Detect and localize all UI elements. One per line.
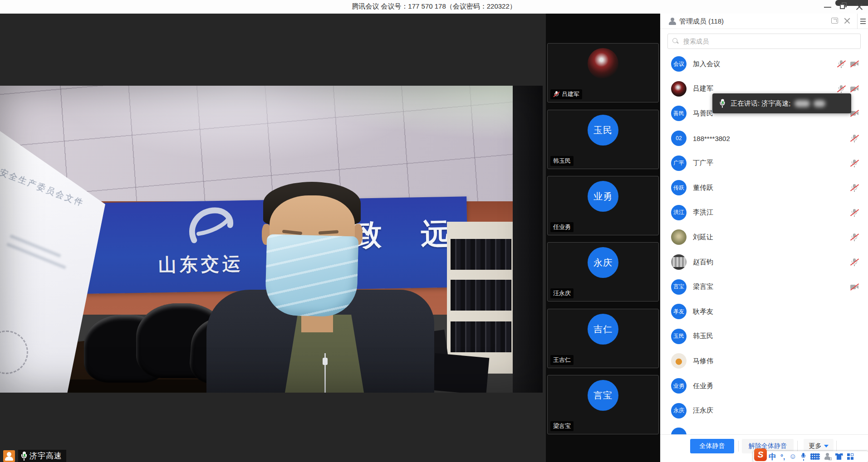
member-row[interactable]: 赵百钧: [660, 250, 868, 275]
restore-button[interactable]: [835, 0, 851, 13]
mic-muted-icon[interactable]: [850, 258, 859, 267]
chevron-down-icon: [824, 445, 829, 447]
sogou-logo-icon[interactable]: S: [754, 448, 767, 461]
avatar: 会议: [671, 56, 687, 72]
member-name: 韩玉民: [693, 332, 713, 340]
avatar: [671, 428, 687, 434]
participant-name: 汪永庆: [553, 289, 571, 297]
member-row[interactable]: 刘延让: [660, 225, 868, 250]
avatar: 永庆: [588, 247, 618, 278]
member-row[interactable]: 洪江 李洪江: [660, 200, 868, 225]
member-row[interactable]: 业勇 任业勇: [660, 374, 868, 399]
avatar: 永庆: [671, 403, 687, 418]
participant-name: 梁言宝: [553, 422, 571, 430]
avatar: 吉仁: [588, 314, 618, 345]
close-button[interactable]: [852, 0, 867, 13]
ime-toolbar: S 中 °, ☺: [753, 451, 868, 462]
account-icon[interactable]: [824, 453, 831, 460]
member-row[interactable]: 言宝 梁言宝: [660, 274, 868, 299]
video-tile[interactable]: 业勇 任业勇: [547, 176, 659, 235]
mic-muted-icon[interactable]: [837, 84, 846, 93]
member-name: 马善民: [693, 109, 713, 118]
member-name: 马修伟: [693, 357, 713, 365]
avatar: 业勇: [588, 181, 618, 212]
avatar: 言宝: [671, 279, 687, 295]
member-name: 梁言宝: [693, 282, 713, 291]
search-icon: [672, 38, 679, 45]
member-row[interactable]: 02 188****3802: [660, 126, 868, 151]
face-mask: [265, 234, 359, 317]
member-management-panel: 管理成员 (118) 会议 加入会议 吕建军: [660, 14, 868, 462]
camera-off-icon[interactable]: [850, 59, 859, 68]
avatar: 玉民: [671, 329, 687, 344]
video-tile[interactable]: 吕建军: [547, 43, 659, 102]
emoji-icon[interactable]: ☺: [789, 453, 796, 460]
mic-muted-icon[interactable]: [837, 59, 846, 68]
avatar: [671, 353, 687, 369]
keyboard-icon[interactable]: [810, 453, 820, 460]
mute-all-button[interactable]: 全体静音: [690, 439, 734, 453]
popout-icon[interactable]: [831, 18, 838, 24]
member-name: 吕建军: [693, 84, 713, 93]
member-row[interactable]: 传跃 董传跃: [660, 175, 868, 200]
member-name: 赵百钧: [693, 258, 713, 267]
camera-off-icon[interactable]: [850, 84, 859, 93]
member-search-box[interactable]: [667, 34, 861, 49]
camera-off-icon[interactable]: [850, 109, 859, 118]
avatar: [671, 229, 687, 245]
member-row[interactable]: 孝友 耿孝友: [660, 299, 868, 324]
mic-active-icon: [719, 99, 726, 108]
ime-punctuation-icon[interactable]: °,: [780, 453, 785, 461]
tencent-meeting-window: 腾讯会议 会议号：177 570 178（会议密码：220322） 山东交运 致…: [0, 0, 868, 462]
avatar: 广平: [671, 156, 687, 171]
camera-off-icon[interactable]: [850, 282, 859, 292]
main-video-area: 山东交运 致 远 安全生产委员会文件: [0, 14, 546, 462]
panel-menu-icon[interactable]: [857, 14, 868, 29]
member-row[interactable]: 会议 加入会议: [660, 52, 868, 77]
video-tile[interactable]: 玉民 韩玉民: [547, 110, 659, 169]
video-thumbnail-strip: 吕建军 玉民 韩玉民 业勇 任业勇 永庆 汪永庆 吉仁 王吉仁 言宝 梁言宝: [546, 14, 660, 462]
minimize-button[interactable]: [820, 0, 835, 13]
active-speaker-label: 济宇高速: [3, 450, 66, 462]
member-name: 董传跃: [693, 184, 713, 192]
avatar: 善民: [671, 106, 687, 121]
mic-muted-icon[interactable]: [850, 134, 859, 143]
main-video-feed: 山东交运 致 远 安全生产委员会文件: [0, 86, 543, 393]
participant-name: 吕建军: [562, 90, 579, 98]
member-name: 耿孝友: [693, 307, 713, 316]
member-row[interactable]: 广平 丁广平: [660, 151, 868, 175]
mic-muted-icon[interactable]: [850, 183, 859, 192]
member-row[interactable]: 马修伟: [660, 349, 868, 374]
dark-object: [432, 353, 490, 393]
member-row[interactable]: 玉民 韩玉民: [660, 324, 868, 349]
avatar: 传跃: [671, 180, 687, 195]
member-row-partial[interactable]: [660, 423, 868, 434]
video-tile[interactable]: 吉仁 王吉仁: [547, 309, 659, 368]
toolbox-grid-icon[interactable]: [847, 453, 853, 460]
mic-muted-icon[interactable]: [850, 208, 859, 217]
mic-active-icon: [20, 451, 28, 461]
ime-language-icon[interactable]: 中: [769, 452, 776, 462]
panel-header: 管理成员 (118): [660, 14, 868, 29]
member-name: 丁广平: [693, 159, 713, 167]
avatar: 言宝: [588, 380, 618, 411]
member-name: 188****3802: [693, 135, 730, 142]
member-name: 任业勇: [693, 382, 713, 390]
mic-muted-icon: [553, 91, 560, 98]
member-name: 加入会议: [693, 60, 720, 68]
skin-icon[interactable]: [835, 453, 843, 460]
shandong-jiaoyun-logo-icon: [184, 205, 236, 250]
mic-muted-icon[interactable]: [850, 159, 859, 168]
avatar: 洪江: [671, 205, 687, 220]
video-tile[interactable]: 永庆 汪永庆: [547, 242, 659, 302]
video-tile[interactable]: 言宝 梁言宝: [547, 375, 659, 434]
member-row[interactable]: 永庆 汪永庆: [660, 398, 868, 423]
window-title: 腾讯会议 会议号：177 570 178（会议密码：220322）: [0, 2, 868, 11]
mic-muted-icon[interactable]: [850, 233, 859, 242]
participant-name: 任业勇: [553, 223, 571, 231]
panel-close-icon[interactable]: [843, 17, 851, 24]
members-icon: [668, 17, 677, 25]
voice-input-icon[interactable]: [801, 453, 806, 461]
search-input[interactable]: [682, 34, 855, 48]
panel-title: 管理成员 (118): [679, 17, 724, 26]
